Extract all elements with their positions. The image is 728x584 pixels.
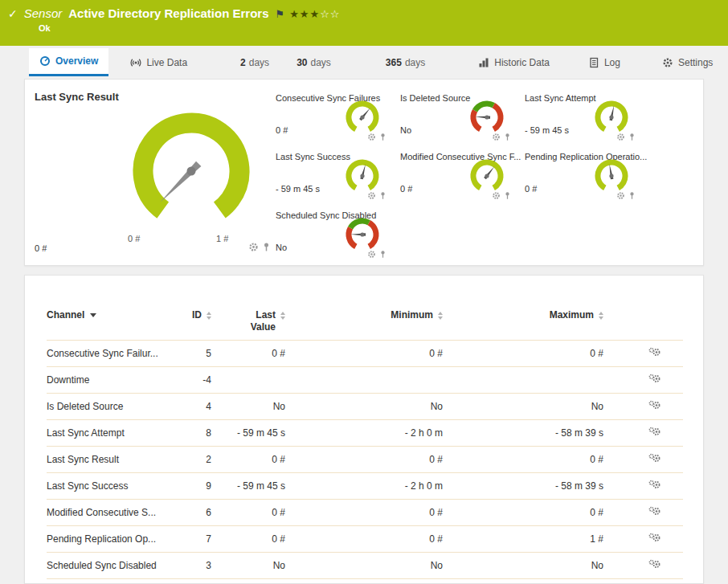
cell-id: 8: [179, 419, 218, 446]
tab-overview[interactable]: Overview: [29, 48, 108, 76]
gauge-title: Last Sync Attempt: [525, 93, 596, 103]
channel-settings-icon[interactable]: [648, 374, 661, 386]
gauge-pin-icon[interactable]: [503, 133, 512, 141]
cell-channel: Last Sync Result: [47, 446, 179, 472]
cell-id: 7: [179, 525, 218, 552]
table-header-row: Channel ID Last Value Minimum Maximum: [47, 300, 683, 340]
table-row[interactable]: Downtime -4: [47, 366, 683, 393]
gauge-pin-icon[interactable]: [378, 191, 387, 200]
gauge-title: Is Deleted Source: [400, 93, 470, 103]
channel-settings-icon[interactable]: [648, 347, 661, 360]
column-header-maximum[interactable]: Maximum: [449, 300, 610, 340]
sort-icon: [280, 312, 285, 320]
tab-30-days[interactable]: 30days: [286, 48, 342, 76]
gauge-pin-icon[interactable]: [378, 250, 387, 259]
tab-historic-data[interactable]: Historic Data: [468, 48, 560, 76]
stars-filled: ★★★: [289, 8, 320, 20]
cell-id: 9: [179, 472, 218, 499]
tab-day-number: 30: [297, 57, 307, 68]
gauge-value: No: [400, 125, 411, 135]
stars-empty: ☆☆: [320, 8, 340, 20]
table-row[interactable]: Pending Replication Op... 7 0 # 0 # 1 #: [47, 525, 683, 552]
gauge-pin-icon[interactable]: [628, 191, 636, 200]
gauge-gear-icon[interactable]: [616, 133, 625, 141]
table-row[interactable]: Last Sync Result 2 0 # 0 # 0 #: [47, 446, 683, 472]
column-header-minimum[interactable]: Minimum: [292, 300, 449, 340]
gauge-pin-icon[interactable]: [503, 191, 512, 200]
table-row[interactable]: Consecutive Sync Failur... 5 0 # 0 # 0 #: [47, 340, 683, 366]
gauge-pin-icon[interactable]: [378, 133, 387, 141]
channel-settings-icon[interactable]: [648, 559, 661, 572]
gauge-chart: [591, 157, 632, 195]
gauge-value: - 59 m 45 s: [276, 184, 320, 194]
gauge-value: - 59 m 45 s: [525, 125, 569, 135]
column-header-channel[interactable]: Channel: [47, 300, 179, 340]
object-kind-label: Sensor: [24, 6, 63, 20]
priority-stars[interactable]: ★★★☆☆: [289, 8, 340, 20]
sort-icon: [599, 312, 603, 320]
gauge-value: 0 #: [525, 184, 537, 194]
gauge-pin-icon[interactable]: [628, 133, 636, 141]
channel-settings-icon[interactable]: [648, 533, 661, 545]
cell-minimum: 0 #: [292, 499, 449, 525]
tab-live-data[interactable]: Live Data: [120, 48, 198, 76]
priority-flag-icon[interactable]: ⚑: [276, 8, 285, 20]
tab-2-days[interactable]: 2days: [230, 48, 280, 76]
cell-id: 5: [179, 340, 218, 366]
column-header-last-value[interactable]: Last Value: [218, 300, 292, 340]
tab-label: days: [405, 57, 425, 68]
table-row[interactable]: Last Sync Success 9 - 59 m 45 s - 2 h 0 …: [47, 472, 683, 499]
gauge-gear-icon[interactable]: [492, 133, 501, 141]
channel-settings-icon[interactable]: [648, 506, 661, 519]
cell-last-value: 0 #: [218, 499, 292, 525]
gauge-gear-icon[interactable]: [367, 250, 376, 259]
gauges-panel: Last Sync Result 0 # 1 # 0 #: [24, 79, 704, 266]
gauge-chart: [466, 98, 508, 137]
gauge-gear-icon[interactable]: [367, 133, 376, 141]
tab-day-number: 365: [386, 57, 402, 68]
table-row[interactable]: Last Sync Attempt 8 - 59 m 45 s - 2 h 0 …: [47, 419, 683, 446]
primary-gauge-chart: [119, 100, 264, 241]
gauge-gear-icon[interactable]: [248, 242, 259, 252]
cell-channel: Downtime: [47, 366, 179, 393]
table-row[interactable]: Scheduled Sync Disabled 3 No No No: [47, 552, 683, 578]
channel-settings-icon[interactable]: [648, 427, 661, 439]
sensor-status-badge: Ok: [39, 23, 51, 33]
sort-icon: [438, 312, 443, 320]
tab-log[interactable]: Log: [578, 48, 631, 76]
column-header-id[interactable]: ID: [179, 300, 218, 340]
tab-label: days: [249, 57, 269, 68]
channel-settings-icon[interactable]: [648, 453, 661, 466]
small-gauges-grid: Consecutive Sync Failures 0 # Is Deleted…: [268, 86, 642, 262]
cell-id: 2: [179, 446, 218, 472]
gauge-value: No: [276, 243, 287, 252]
cell-id: 3: [179, 552, 218, 578]
gauge-cell-scheduled-sync-disabled: Scheduled Sync Disabled No: [268, 203, 392, 262]
cell-minimum: 0 #: [292, 446, 449, 472]
gauge-gear-icon[interactable]: [492, 191, 501, 200]
primary-gauge-cell: Last Sync Result 0 # 1 # 0 #: [25, 80, 268, 265]
cell-last-value: No: [218, 393, 292, 419]
gauge-gear-icon[interactable]: [367, 191, 376, 200]
cell-minimum: [292, 366, 449, 393]
tab-day-number: 2: [240, 57, 246, 68]
tab-365-days[interactable]: 365days: [375, 48, 436, 76]
gauge-cell-modified-consecutive-sync-failures: Modified Consecutive Sync F... 0 #: [392, 145, 517, 203]
cell-id: -4: [179, 366, 218, 393]
tab-settings[interactable]: Settings: [652, 48, 723, 76]
gear-icon: [662, 57, 673, 68]
table-row[interactable]: Modified Consecutive S... 6 0 # 0 # 0 #: [47, 499, 683, 525]
overview-gauge-icon: [39, 55, 51, 67]
channel-settings-icon[interactable]: [648, 480, 661, 492]
gauge-gear-icon[interactable]: [616, 191, 625, 200]
cell-channel: Pending Replication Op...: [47, 525, 179, 552]
channel-settings-icon[interactable]: [648, 400, 661, 413]
table-row[interactable]: Is Deleted Source 4 No No No: [47, 393, 683, 419]
cell-minimum: No: [292, 393, 449, 419]
cell-maximum: [449, 366, 610, 393]
sort-desc-icon: [90, 313, 96, 317]
cell-id: 6: [179, 499, 218, 525]
channels-table: Channel ID Last Value Minimum Maximum: [47, 300, 683, 579]
cell-maximum: 1 #: [449, 525, 610, 552]
gauge-chart: [342, 98, 383, 137]
